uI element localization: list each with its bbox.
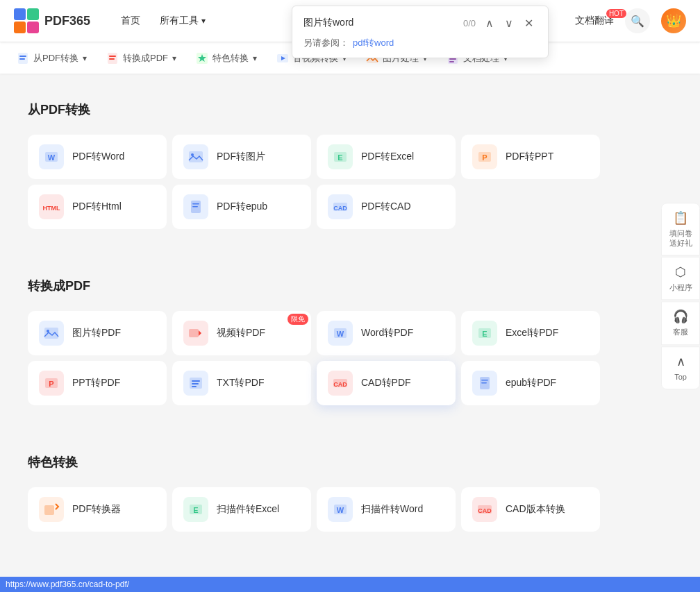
tool-pdf-word-label: PDF转Word: [72, 151, 124, 163]
translate-button[interactable]: 文档翻译 HOT: [575, 15, 614, 27]
tool-cad-pdf-label: CAD转PDF: [361, 377, 411, 389]
svg-rect-37: [192, 206, 198, 208]
section-title-to-pdf: 转换成PDF: [28, 278, 672, 294]
toolbar-from-pdf[interactable]: 从PDF转换 ▾: [7, 42, 97, 74]
svg-rect-6: [19, 58, 25, 60]
to-pdf-grid: 图片转PDF 视频转PDF 限免 W Word转PDF: [28, 311, 672, 405]
svg-rect-45: [189, 329, 199, 337]
survey-label: 填问卷送好礼: [669, 228, 692, 248]
svg-text:P: P: [482, 153, 487, 162]
svg-text:CAD: CAD: [333, 381, 347, 388]
tool-pdf-html-label: PDF转Html: [72, 201, 122, 213]
tool-pdf-html[interactable]: HTML PDF转Html: [28, 185, 167, 229]
svg-rect-24: [189, 151, 203, 162]
svg-text:W: W: [48, 153, 56, 162]
tool-pdf-image-label: PDF转图片: [217, 151, 265, 163]
tool-scan-excel[interactable]: E 扫描件转Excel: [172, 487, 311, 532]
tool-cad-pdf[interactable]: CAD CAD转PDF: [317, 361, 456, 405]
free-badge: 限免: [288, 314, 308, 325]
chevron-down-icon: ▾: [83, 53, 87, 63]
nav-all-tools[interactable]: 所有工具 ▾: [150, 0, 215, 42]
survey-action[interactable]: 📋 填问卷送好礼: [661, 203, 700, 256]
nav-home[interactable]: 首页: [111, 0, 150, 42]
tool-pdf-excel-label: PDF转Excel: [361, 151, 414, 163]
tool-video-pdf-label: 视频转PDF: [217, 327, 265, 339]
search-icon: 🔍: [631, 15, 644, 28]
tool-pdf-ppt[interactable]: P PDF转PPT: [461, 135, 600, 179]
svg-rect-59: [192, 383, 199, 384]
tool-word-pdf[interactable]: W Word转PDF: [317, 311, 456, 355]
back-to-top-action[interactable]: ∧ Top: [661, 346, 700, 389]
tool-cad-version[interactable]: CAD CAD版本转换: [461, 487, 600, 532]
svg-text:P: P: [49, 380, 53, 388]
ppt-pdf-icon: P: [39, 371, 64, 396]
svg-text:CAD: CAD: [333, 205, 347, 212]
svg-rect-66: [481, 380, 488, 381]
special-grid: PDF转换器 E 扫描件转Excel W 扫描件转Word CA: [28, 487, 672, 532]
svg-rect-58: [192, 380, 200, 382]
search-popup: 0/0 ∧ ∨ ✕ 另请参阅： pdf转word: [292, 6, 549, 58]
svg-rect-3: [27, 22, 39, 33]
tool-excel-pdf-label: Excel转PDF: [506, 327, 558, 339]
tool-ppt-pdf[interactable]: P PPT转PDF: [28, 361, 167, 405]
tool-pdf-cad[interactable]: CAD PDF转CAD: [317, 185, 456, 229]
tool-cad-version-label: CAD版本转换: [506, 503, 565, 516]
svg-text:CAD: CAD: [478, 507, 492, 514]
customer-service-action[interactable]: 🎧 客服: [661, 302, 700, 345]
svg-text:W: W: [337, 330, 344, 338]
txt-pdf-icon: [183, 371, 208, 396]
from-pdf-icon: [17, 52, 29, 65]
pdf-epub-icon: [183, 194, 208, 219]
tool-txt-pdf[interactable]: TXT转PDF: [172, 361, 311, 405]
svg-text:HTML: HTML: [43, 205, 60, 212]
svg-rect-1: [27, 8, 39, 20]
tool-pdf-ppt-label: PDF转PPT: [506, 151, 553, 163]
logo-text: PDF365: [44, 14, 90, 28]
search-next-button[interactable]: ∨: [501, 15, 517, 31]
mini-program-label: 小程序: [669, 282, 692, 292]
search-input[interactable]: [303, 17, 458, 28]
svg-text:W: W: [337, 506, 344, 514]
svg-rect-8: [109, 56, 116, 57]
refer-link[interactable]: pdf转word: [353, 37, 394, 49]
mini-program-action[interactable]: ⬡ 小程序: [661, 257, 700, 300]
tool-word-pdf-label: Word转PDF: [361, 327, 413, 339]
image-pdf-icon: [39, 321, 64, 346]
tool-pdf-epub[interactable]: PDF转epub: [172, 185, 311, 229]
tool-image-pdf[interactable]: 图片转PDF: [28, 311, 167, 355]
svg-rect-67: [481, 382, 487, 384]
search-button[interactable]: 🔍: [625, 8, 650, 33]
tool-epub-pdf-label: epub转PDF: [506, 377, 556, 389]
tool-scan-word-label: 扫描件转Word: [361, 503, 423, 516]
top-label: Top: [674, 372, 687, 382]
tool-pdf-excel[interactable]: E PDF转Excel: [317, 135, 456, 179]
logo[interactable]: PDF365: [14, 8, 90, 33]
toolbar-special[interactable]: 特色转换 ▾: [186, 42, 267, 74]
section-title-special: 特色转换: [28, 454, 672, 471]
tool-pdf-converter[interactable]: PDF转换器: [28, 487, 167, 532]
excel-pdf-icon: E: [472, 321, 497, 346]
right-sidebar: 📋 填问卷送好礼 ⬡ 小程序 🎧 客服 ∧ Top: [661, 203, 700, 389]
logo-icon: [14, 8, 39, 33]
header-right: 文档翻译 HOT 🔍 👑: [575, 8, 686, 33]
tool-excel-pdf[interactable]: E Excel转PDF: [461, 311, 600, 355]
scan-excel-icon: E: [183, 497, 208, 522]
customer-service-label: 客服: [673, 328, 688, 337]
scan-word-icon: W: [328, 497, 353, 522]
avatar-button[interactable]: 👑: [661, 8, 686, 33]
chevron-down-icon: ▾: [253, 53, 257, 63]
tool-epub-pdf[interactable]: epub转PDF: [461, 361, 600, 405]
tool-pdf-image[interactable]: PDF转图片: [172, 135, 311, 179]
svg-rect-36: [192, 203, 199, 205]
up-arrow-icon: ∧: [676, 354, 685, 369]
word-pdf-icon: W: [328, 321, 353, 346]
toolbar-to-pdf[interactable]: 转换成PDF ▾: [97, 42, 186, 74]
tool-scan-word[interactable]: W 扫描件转Word: [317, 487, 456, 532]
search-prev-button[interactable]: ∧: [481, 15, 498, 31]
pdf-image-icon: [183, 144, 208, 169]
tool-pdf-cad-label: PDF转CAD: [361, 201, 411, 213]
tool-video-pdf[interactable]: 视频转PDF 限免: [172, 311, 311, 355]
search-close-button[interactable]: ✕: [520, 15, 537, 31]
tool-pdf-word[interactable]: W PDF转Word: [28, 135, 167, 179]
svg-rect-0: [14, 8, 26, 20]
